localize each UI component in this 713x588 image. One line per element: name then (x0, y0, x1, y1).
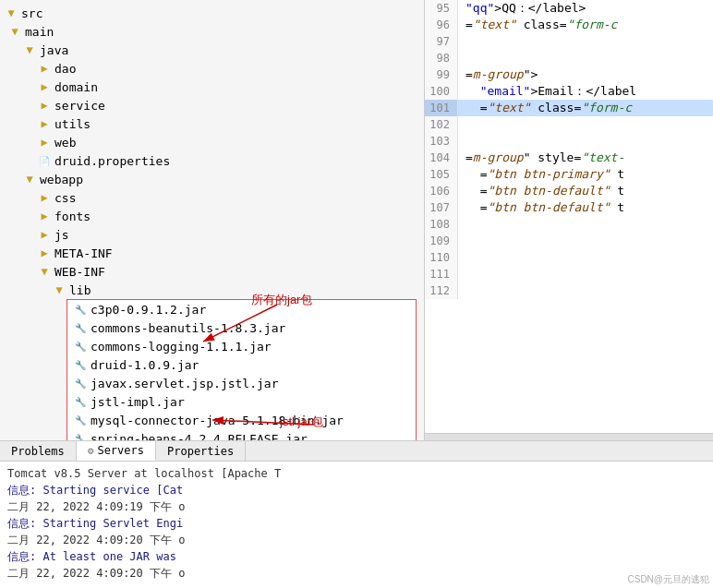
h-scrollbar[interactable] (425, 433, 713, 440)
bottom-content: Tomcat v8.5 Server at localhost [Apache … (0, 462, 713, 588)
line-num-95: 95 (425, 0, 458, 17)
tab-properties-label: Properties (167, 445, 234, 458)
folder-icon-js: ▶ (37, 227, 52, 242)
code-line-101: 101 ="text" class="form-c (425, 100, 713, 116)
console-line-6: 二月 22, 2022 4:09:20 下午 o (7, 565, 706, 582)
tree-item-meta-inf[interactable]: ▶ META-INF (0, 244, 424, 262)
label-java: java (40, 43, 68, 57)
line-content-105: ="btn btn-primary" t (458, 166, 624, 183)
console-line-0: Tomcat v8.5 Server at localhost [Apache … (7, 465, 706, 482)
line-num-96: 96 (425, 17, 458, 33)
code-line-100: 100 "email">Email：</label (425, 83, 713, 100)
line-content-96: ="text" class="form-c (458, 17, 617, 33)
folder-icon-web: ▶ (37, 135, 52, 150)
jar-item-commons-bean[interactable]: 🔧 commons-beanutils-1.8.3.jar (67, 318, 416, 337)
tree-item-lib[interactable]: ▼ lib (0, 281, 424, 299)
jar-icon-jstl-impl: 🔧 (73, 394, 88, 409)
code-line-98: 98 (425, 50, 713, 66)
tree-item-utils[interactable]: ▶ utils (0, 114, 424, 133)
code-editor: 95 "qq">QQ：</label> 96 ="text" class="fo… (425, 0, 713, 440)
line-num-102: 102 (425, 116, 458, 133)
line-num-103: 103 (425, 133, 458, 150)
label-dao: dao (54, 62, 76, 76)
line-content-98 (458, 50, 473, 66)
label-meta-inf: META-INF (54, 246, 113, 260)
jar-label-jstl-impl: jstl-impl.jar (91, 395, 185, 409)
jar-item-jstl-impl[interactable]: 🔧 jstl-impl.jar (67, 392, 416, 411)
tree-item-main[interactable]: ▼ main (0, 22, 424, 41)
jar-icon-spring-beans: 🔧 (73, 431, 88, 440)
label-web-inf: WEB-INF (54, 265, 105, 279)
code-line-103: 103 (425, 133, 713, 150)
line-content-103 (458, 133, 473, 150)
jar-label-commons-log: commons-logging-1.1.1.jar (91, 340, 272, 354)
tree-item-druid-props[interactable]: 📄 druid.properties (0, 151, 424, 170)
bottom-tabs: Problems ⚙ Servers Properties (0, 441, 713, 462)
line-content-112 (458, 282, 473, 299)
jar-item-jstl[interactable]: 🔧 javax.servlet.jsp.jstl.jar (67, 374, 416, 392)
console-line-5: 信息: At least one JAR was (7, 548, 706, 565)
line-content-110 (458, 249, 473, 266)
tab-problems-label: Problems (11, 445, 65, 458)
label-src: src (21, 6, 42, 20)
jar-icon-commons-log: 🔧 (73, 339, 88, 354)
file-icon-druid: 📄 (37, 153, 52, 168)
folder-icon-fonts: ▶ (37, 209, 52, 223)
code-line-96: 96 ="text" class="form-c (425, 17, 713, 33)
line-num-100: 100 (425, 83, 458, 100)
code-line-108: 108 (425, 216, 713, 233)
jar-item-commons-log[interactable]: 🔧 commons-logging-1.1.1.jar (67, 337, 416, 355)
code-line-107: 107 ="btn btn-default" t (425, 199, 713, 216)
label-domain: domain (54, 80, 98, 94)
code-line-99: 99 =m-group"> (425, 66, 713, 83)
line-content-109 (458, 233, 473, 249)
jar-label-c3p0: c3p0-0.9.1.2.jar (91, 303, 206, 317)
jar-item-c3p0[interactable]: 🔧 c3p0-0.9.1.2.jar (67, 300, 416, 318)
line-num-109: 109 (425, 233, 458, 249)
jar-label-spring-beans: spring-beans-4.2.4.RELEASE.jar (91, 432, 308, 441)
tree-item-css[interactable]: ▶ css (0, 188, 424, 207)
label-web: web (54, 136, 76, 150)
label-druid-props: druid.properties (54, 154, 170, 168)
line-num-111: 111 (425, 266, 458, 282)
line-content-107: ="btn btn-default" t (458, 199, 624, 216)
jar-label-jstl: javax.servlet.jsp.jstl.jar (91, 377, 279, 390)
code-line-111: 111 (425, 266, 713, 282)
tree-item-domain[interactable]: ▶ domain (0, 78, 424, 96)
tree-item-dao[interactable]: ▶ dao (0, 59, 424, 78)
code-line-109: 109 (425, 233, 713, 249)
code-lines: 95 "qq">QQ：</label> 96 ="text" class="fo… (425, 0, 713, 433)
line-content-108 (458, 216, 473, 233)
jar-label-commons-bean: commons-beanutils-1.8.3.jar (91, 321, 285, 335)
tree-item-js[interactable]: ▶ js (0, 225, 424, 244)
tree-item-web-inf[interactable]: ▼ WEB-INF (0, 262, 424, 281)
tree-content: ▼ src ▼ main ▼ java ▶ dao ▶ domain (0, 0, 424, 440)
line-num-107: 107 (425, 199, 458, 216)
console-line-3: 信息: Starting Servlet Engi (7, 515, 706, 532)
code-line-104: 104 =m-group" style="text- (425, 150, 713, 166)
tree-item-src[interactable]: ▼ src (0, 4, 424, 22)
label-fonts: fonts (54, 210, 91, 223)
jar-item-spring-beans[interactable]: 🔧 spring-beans-4.2.4.RELEASE.jar (67, 429, 416, 440)
tree-item-service[interactable]: ▶ service (0, 96, 424, 114)
tree-item-fonts[interactable]: ▶ fonts (0, 207, 424, 225)
watermark: CSDN@元旦的逃犯 (628, 573, 710, 586)
line-content-101: ="text" class="form-c (458, 100, 632, 116)
label-js: js (54, 228, 69, 242)
tree-item-java[interactable]: ▼ java (0, 41, 424, 59)
servers-icon: ⚙ (88, 445, 94, 457)
folder-icon-meta-inf: ▶ (37, 246, 52, 260)
label-lib: lib (69, 283, 91, 297)
tree-item-webapp[interactable]: ▼ webapp (0, 170, 424, 188)
line-num-112: 112 (425, 282, 458, 299)
tab-servers[interactable]: ⚙ Servers (77, 441, 156, 461)
jar-item-mysql[interactable]: 🔧 mysql-connector-java-5.1.18-bin.jar (67, 411, 416, 429)
tab-properties[interactable]: Properties (156, 441, 246, 461)
file-tree: ▼ src ▼ main ▼ java ▶ dao ▶ domain (0, 0, 425, 440)
line-content-99: =m-group"> (458, 66, 538, 83)
tree-item-web[interactable]: ▶ web (0, 133, 424, 151)
tab-problems[interactable]: Problems (0, 441, 77, 461)
folder-icon-css: ▶ (37, 190, 52, 205)
line-content-97 (458, 33, 473, 50)
jar-item-druid[interactable]: 🔧 druid-1.0.9.jar (67, 355, 416, 374)
